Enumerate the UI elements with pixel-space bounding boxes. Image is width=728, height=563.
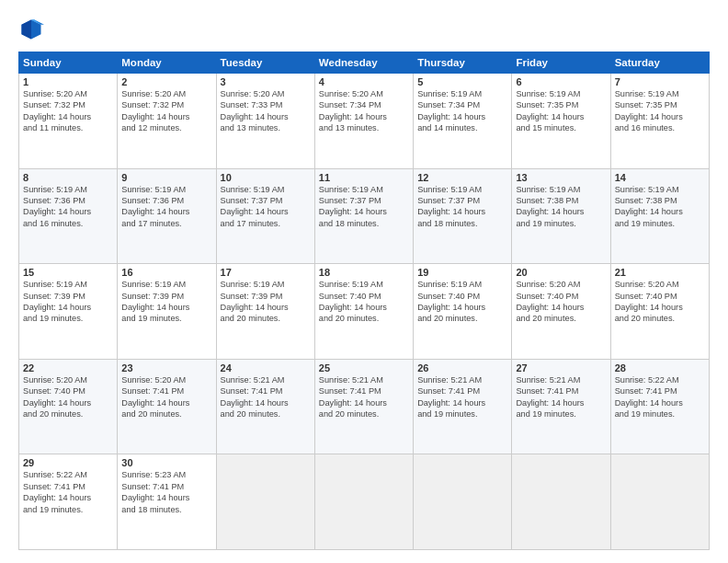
day-number: 16 (121, 267, 211, 278)
col-header-tuesday: Tuesday (216, 52, 314, 74)
calendar-cell: 23Sunrise: 5:20 AM Sunset: 7:41 PM Dayli… (118, 359, 216, 454)
calendar-cell: 3Sunrise: 5:20 AM Sunset: 7:33 PM Daylig… (216, 74, 314, 169)
day-info: Sunrise: 5:19 AM Sunset: 7:39 PM Dayligh… (221, 279, 311, 325)
day-number: 9 (121, 172, 211, 183)
calendar-cell: 8Sunrise: 5:19 AM Sunset: 7:36 PM Daylig… (19, 168, 118, 264)
day-info: Sunrise: 5:20 AM Sunset: 7:32 PM Dayligh… (23, 88, 113, 134)
svg-marker-3 (22, 20, 32, 40)
day-info: Sunrise: 5:19 AM Sunset: 7:39 PM Dayligh… (23, 279, 113, 325)
col-header-monday: Monday (118, 52, 216, 74)
calendar-cell: 13Sunrise: 5:19 AM Sunset: 7:38 PM Dayli… (512, 168, 610, 264)
day-number: 15 (23, 267, 113, 278)
col-header-thursday: Thursday (414, 52, 512, 74)
day-number: 18 (319, 267, 409, 278)
calendar-cell: 14Sunrise: 5:19 AM Sunset: 7:38 PM Dayli… (610, 168, 709, 264)
col-header-friday: Friday (512, 52, 610, 74)
day-info: Sunrise: 5:23 AM Sunset: 7:41 PM Dayligh… (121, 469, 211, 515)
day-number: 17 (221, 267, 311, 278)
day-info: Sunrise: 5:21 AM Sunset: 7:41 PM Dayligh… (221, 374, 311, 420)
calendar-cell: 12Sunrise: 5:19 AM Sunset: 7:37 PM Dayli… (414, 168, 512, 264)
day-info: Sunrise: 5:19 AM Sunset: 7:40 PM Dayligh… (319, 279, 409, 325)
col-header-wednesday: Wednesday (314, 52, 413, 74)
day-number: 30 (121, 457, 211, 468)
day-number: 24 (221, 362, 311, 373)
day-info: Sunrise: 5:20 AM Sunset: 7:32 PM Dayligh… (121, 88, 211, 134)
day-number: 4 (319, 76, 409, 87)
day-info: Sunrise: 5:19 AM Sunset: 7:39 PM Dayligh… (121, 279, 211, 325)
calendar-cell: 17Sunrise: 5:19 AM Sunset: 7:39 PM Dayli… (216, 264, 314, 360)
calendar-cell: 1Sunrise: 5:20 AM Sunset: 7:32 PM Daylig… (19, 74, 118, 169)
day-info: Sunrise: 5:19 AM Sunset: 7:40 PM Dayligh… (417, 279, 507, 325)
calendar-cell: 30Sunrise: 5:23 AM Sunset: 7:41 PM Dayli… (118, 454, 216, 550)
day-number: 14 (615, 172, 705, 183)
day-number: 6 (516, 76, 606, 87)
day-number: 20 (516, 267, 606, 278)
day-info: Sunrise: 5:20 AM Sunset: 7:34 PM Dayligh… (319, 88, 409, 134)
day-info: Sunrise: 5:21 AM Sunset: 7:41 PM Dayligh… (319, 374, 409, 420)
day-number: 29 (23, 457, 113, 468)
calendar-cell: 22Sunrise: 5:20 AM Sunset: 7:40 PM Dayli… (19, 359, 118, 454)
calendar-cell: 18Sunrise: 5:19 AM Sunset: 7:40 PM Dayli… (314, 264, 413, 360)
day-info: Sunrise: 5:20 AM Sunset: 7:33 PM Dayligh… (221, 88, 311, 134)
calendar-cell: 24Sunrise: 5:21 AM Sunset: 7:41 PM Dayli… (216, 359, 314, 454)
calendar-row: 1Sunrise: 5:20 AM Sunset: 7:32 PM Daylig… (19, 74, 710, 169)
calendar-cell: 27Sunrise: 5:21 AM Sunset: 7:41 PM Dayli… (512, 359, 610, 454)
page: SundayMondayTuesdayWednesdayThursdayFrid… (0, 0, 728, 563)
day-number: 19 (417, 267, 507, 278)
calendar-cell (610, 454, 709, 550)
calendar-row: 22Sunrise: 5:20 AM Sunset: 7:40 PM Dayli… (19, 359, 710, 454)
calendar-cell: 5Sunrise: 5:19 AM Sunset: 7:34 PM Daylig… (414, 74, 512, 169)
calendar-row: 29Sunrise: 5:22 AM Sunset: 7:41 PM Dayli… (19, 454, 710, 550)
day-number: 1 (23, 76, 113, 87)
day-number: 7 (615, 76, 705, 87)
day-info: Sunrise: 5:19 AM Sunset: 7:38 PM Dayligh… (516, 184, 606, 230)
calendar-table: SundayMondayTuesdayWednesdayThursdayFrid… (18, 52, 710, 550)
calendar-cell: 29Sunrise: 5:22 AM Sunset: 7:41 PM Dayli… (19, 454, 118, 550)
day-info: Sunrise: 5:22 AM Sunset: 7:41 PM Dayligh… (23, 469, 113, 515)
day-info: Sunrise: 5:19 AM Sunset: 7:35 PM Dayligh… (516, 88, 606, 134)
day-number: 21 (615, 267, 705, 278)
day-number: 13 (516, 172, 606, 183)
logo-icon (18, 17, 44, 42)
day-number: 25 (319, 362, 409, 373)
day-info: Sunrise: 5:20 AM Sunset: 7:40 PM Dayligh… (615, 279, 705, 325)
day-info: Sunrise: 5:19 AM Sunset: 7:34 PM Dayligh… (417, 88, 507, 134)
day-number: 28 (615, 362, 705, 373)
calendar-cell: 19Sunrise: 5:19 AM Sunset: 7:40 PM Dayli… (414, 264, 512, 360)
calendar-header-row: SundayMondayTuesdayWednesdayThursdayFrid… (19, 52, 710, 74)
calendar-row: 15Sunrise: 5:19 AM Sunset: 7:39 PM Dayli… (19, 264, 710, 360)
calendar-cell: 26Sunrise: 5:21 AM Sunset: 7:41 PM Dayli… (414, 359, 512, 454)
logo (18, 17, 48, 42)
col-header-sunday: Sunday (19, 52, 118, 74)
day-number: 8 (23, 172, 113, 183)
calendar-cell: 9Sunrise: 5:19 AM Sunset: 7:36 PM Daylig… (118, 168, 216, 264)
header (18, 17, 710, 42)
calendar-cell (314, 454, 413, 550)
day-info: Sunrise: 5:22 AM Sunset: 7:41 PM Dayligh… (615, 374, 705, 420)
day-info: Sunrise: 5:19 AM Sunset: 7:37 PM Dayligh… (319, 184, 409, 230)
calendar-cell: 6Sunrise: 5:19 AM Sunset: 7:35 PM Daylig… (512, 74, 610, 169)
day-number: 10 (221, 172, 311, 183)
col-header-saturday: Saturday (610, 52, 709, 74)
day-info: Sunrise: 5:20 AM Sunset: 7:40 PM Dayligh… (23, 374, 113, 420)
day-number: 11 (319, 172, 409, 183)
day-info: Sunrise: 5:19 AM Sunset: 7:38 PM Dayligh… (615, 184, 705, 230)
day-number: 23 (121, 362, 211, 373)
calendar-cell: 15Sunrise: 5:19 AM Sunset: 7:39 PM Dayli… (19, 264, 118, 360)
calendar-cell: 10Sunrise: 5:19 AM Sunset: 7:37 PM Dayli… (216, 168, 314, 264)
day-info: Sunrise: 5:19 AM Sunset: 7:37 PM Dayligh… (221, 184, 311, 230)
calendar-cell (216, 454, 314, 550)
calendar-cell: 2Sunrise: 5:20 AM Sunset: 7:32 PM Daylig… (118, 74, 216, 169)
day-number: 27 (516, 362, 606, 373)
day-number: 5 (417, 76, 507, 87)
day-number: 22 (23, 362, 113, 373)
calendar-cell (512, 454, 610, 550)
day-number: 2 (121, 76, 211, 87)
day-number: 3 (221, 76, 311, 87)
day-info: Sunrise: 5:19 AM Sunset: 7:36 PM Dayligh… (23, 184, 113, 230)
day-info: Sunrise: 5:20 AM Sunset: 7:41 PM Dayligh… (121, 374, 211, 420)
day-info: Sunrise: 5:19 AM Sunset: 7:37 PM Dayligh… (417, 184, 507, 230)
day-info: Sunrise: 5:19 AM Sunset: 7:35 PM Dayligh… (615, 88, 705, 134)
calendar-cell (414, 454, 512, 550)
calendar-cell: 21Sunrise: 5:20 AM Sunset: 7:40 PM Dayli… (610, 264, 709, 360)
